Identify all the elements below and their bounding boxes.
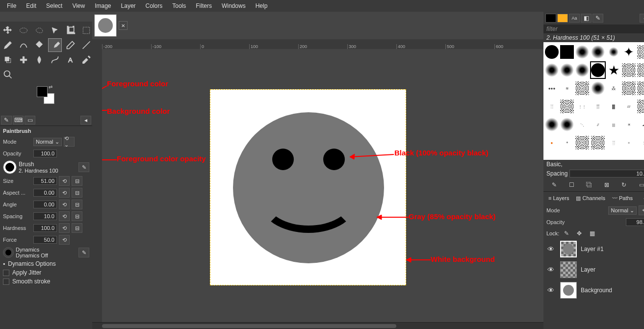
brush-edit-button[interactable]: ✎ — [78, 162, 89, 172]
spacing-reset[interactable]: ⟲ — [59, 211, 70, 221]
images-tab[interactable]: ▭ — [25, 116, 35, 125]
hardness-reset[interactable]: ⟲ — [59, 223, 70, 233]
zoom-tool[interactable] — [1, 68, 15, 81]
visibility-toggle-icon[interactable]: 👁 — [547, 286, 556, 294]
aspect-link[interactable]: ⊟ — [72, 188, 82, 198]
brush-item[interactable]: ⋮ — [637, 134, 644, 152]
brush-item[interactable]: ✦ — [621, 43, 636, 61]
expand-icon[interactable]: ▪ — [3, 260, 5, 267]
force-reset[interactable]: ⟲ — [59, 235, 70, 245]
brush-item-selected[interactable] — [590, 61, 606, 79]
brush-item[interactable]: ▒ — [590, 98, 606, 115]
dock-menu-button-2[interactable]: ◂ — [640, 194, 644, 202]
aspect-input[interactable]: 0.00 — [33, 189, 57, 197]
brush-item[interactable] — [544, 116, 559, 133]
lock-pixels-icon[interactable]: ✎ — [561, 229, 572, 238]
open-folder-icon[interactable]: ▭ — [636, 180, 644, 189]
menu-select[interactable]: Select — [42, 1, 66, 10]
brush-item[interactable]: ≋ — [560, 79, 574, 97]
brush-item[interactable] — [575, 79, 590, 97]
brush-item[interactable]: + — [621, 134, 636, 152]
edit-brush-icon[interactable]: ✎ — [549, 180, 560, 189]
lock-position-icon[interactable]: ✥ — [574, 229, 585, 238]
menu-file[interactable]: File — [3, 1, 20, 10]
brush-item[interactable]: ░ — [544, 98, 559, 115]
spacing-input-left[interactable]: 10.0 — [33, 212, 57, 220]
fg-color-swatch[interactable] — [37, 86, 48, 97]
brush-item[interactable] — [560, 116, 574, 133]
clone-tool[interactable] — [1, 53, 15, 67]
dup-brush-icon[interactable]: ⿻ — [584, 180, 594, 189]
brush-item[interactable]: ⋱ — [575, 116, 590, 133]
brush-item[interactable] — [590, 43, 606, 61]
smudge-tool[interactable] — [32, 53, 46, 67]
free-select-tool[interactable] — [32, 24, 46, 37]
brush-item[interactable] — [544, 61, 559, 79]
paint-tab[interactable]: ✎ — [592, 14, 603, 23]
menu-windows[interactable]: Windows — [218, 1, 250, 10]
patterns-tab[interactable] — [557, 14, 568, 23]
lock-alpha-icon[interactable]: ▦ — [587, 229, 597, 238]
layer-name[interactable]: Layer #1 — [581, 246, 604, 253]
brush-item[interactable]: ⫽ — [590, 116, 606, 133]
brush-item[interactable] — [575, 134, 590, 152]
mode-reset-button[interactable]: ⟲ ⌄ — [64, 137, 75, 147]
hardness-link[interactable]: ⊟ — [72, 223, 82, 233]
eraser-tool[interactable] — [64, 38, 77, 52]
brush-item[interactable]: ░ — [606, 134, 621, 152]
config-menu-icon[interactable]: ◂ — [80, 116, 91, 125]
brush-item[interactable]: ||| — [606, 116, 621, 133]
brush-item[interactable]: ☁ — [637, 116, 644, 133]
brush-item[interactable] — [606, 43, 621, 61]
layers-tab[interactable]: ≡ Layers — [545, 194, 572, 202]
mode-select[interactable]: Normal ⌄ — [33, 138, 62, 146]
brush-item[interactable] — [637, 79, 644, 97]
visibility-toggle-icon[interactable]: 👁 — [547, 245, 556, 253]
warp-tool[interactable] — [17, 38, 30, 52]
brush-item[interactable]: ⋮⋮ — [575, 98, 590, 115]
menu-layer[interactable]: Layer — [117, 1, 140, 10]
brush-item[interactable] — [637, 98, 644, 115]
layer-row[interactable]: 👁 Background — [543, 280, 644, 301]
brush-item[interactable]: ⁂ — [606, 79, 621, 97]
move-tool[interactable] — [1, 24, 15, 37]
path-tool[interactable] — [48, 53, 62, 67]
brushes-tab[interactable] — [545, 14, 556, 23]
scrollbar-horizontal[interactable] — [92, 322, 543, 329]
menu-help[interactable]: Help — [252, 1, 272, 10]
canvas[interactable]: Foreground color Background color Foregr… — [102, 49, 543, 322]
visibility-toggle-icon[interactable]: 👁 — [547, 266, 556, 274]
layer-thumb[interactable] — [560, 282, 577, 299]
brush-item[interactable] — [544, 43, 559, 61]
brush-item[interactable]: ★ — [606, 61, 621, 79]
delete-brush-icon[interactable]: ⊠ — [601, 180, 612, 189]
layer-mode-select[interactable]: Normal ⌄ — [608, 206, 637, 215]
dynamics-edit[interactable]: ✎ — [78, 248, 89, 257]
swap-colors-icon[interactable]: ⇄ — [49, 84, 52, 90]
spacing-link[interactable]: ⊟ — [72, 211, 82, 221]
brush-item[interactable]: ⚬ — [560, 134, 574, 152]
menu-edit[interactable]: Edit — [22, 1, 40, 10]
layer-name[interactable]: Background — [581, 287, 612, 294]
brush-item[interactable]: ▓ — [606, 98, 621, 115]
menu-tools[interactable]: Tools — [168, 1, 190, 10]
layer-opacity-input[interactable]: 98.8 — [626, 218, 644, 226]
brush-filter[interactable]: filter⌄ — [543, 25, 644, 33]
layer-row[interactable]: 👁 Layer #1 — [543, 239, 644, 259]
size-link[interactable]: ⊟ — [72, 176, 82, 186]
paintbrush-tool[interactable] — [48, 38, 62, 52]
angle-input[interactable]: 0.00 — [33, 201, 57, 208]
menu-image[interactable]: Image — [91, 1, 115, 10]
dyn-options-label[interactable]: Dynamics Options — [8, 260, 55, 267]
menu-view[interactable]: View — [68, 1, 89, 10]
fonts-tab[interactable]: Aa — [569, 14, 580, 23]
rect-select-tool[interactable] — [79, 24, 93, 37]
tool-options-tab[interactable]: ✎ — [1, 116, 12, 125]
image-tab-thumb[interactable] — [94, 14, 117, 37]
crop-tool[interactable] — [64, 24, 77, 37]
brush-item[interactable] — [590, 79, 606, 97]
angle-link[interactable]: ⊟ — [72, 200, 82, 209]
brush-item[interactable]: ☀ — [621, 116, 636, 133]
brush-item[interactable] — [560, 61, 574, 79]
size-reset[interactable]: ⟲ — [59, 176, 70, 186]
